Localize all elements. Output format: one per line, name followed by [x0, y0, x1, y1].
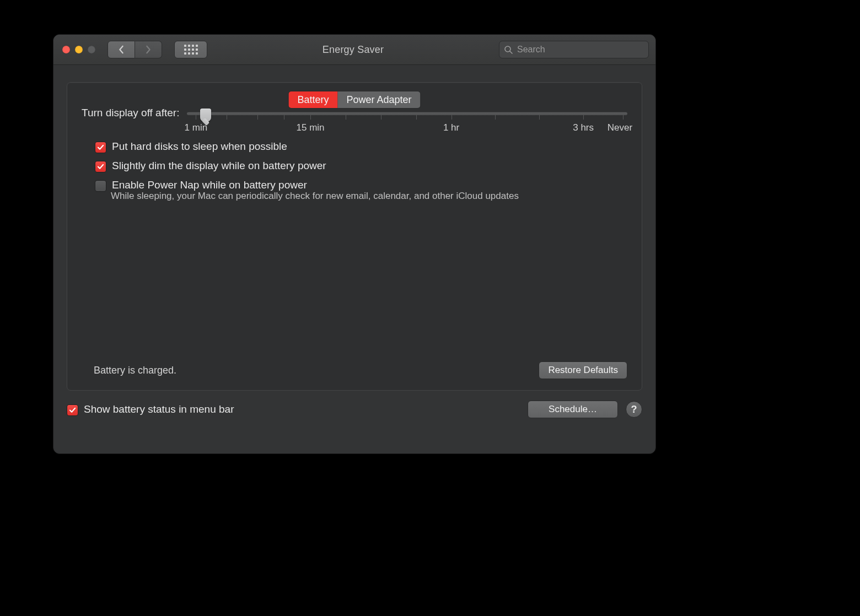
back-button[interactable] [108, 41, 135, 58]
dim-display-label: Slightly dim the display while on batter… [112, 160, 326, 172]
dim-display-row: Slightly dim the display while on batter… [95, 160, 627, 172]
toolbar: Energy Saver [53, 35, 655, 65]
tick-label-1min: 1 min [185, 122, 208, 133]
search-icon [504, 45, 513, 54]
minimize-window-button[interactable] [75, 46, 83, 53]
display-sleep-slider[interactable]: 1 min 15 min 1 hr 3 hrs Never [187, 107, 627, 134]
hd-sleep-row: Put hard disks to sleep when possible [95, 141, 627, 153]
search-field[interactable] [499, 41, 649, 58]
nav-buttons [108, 41, 162, 58]
show-battery-status-label: Show battery status in menu bar [84, 403, 234, 415]
close-window-button[interactable] [62, 46, 70, 53]
panel-body: Battery Power Adapter Turn display off a… [53, 82, 655, 428]
tabs: Battery Power Adapter [288, 91, 421, 109]
display-sleep-label: Turn display off after: [82, 107, 179, 119]
power-nap-label: Enable Power Nap while on battery power [112, 179, 307, 191]
window-controls [62, 46, 95, 53]
grid-icon [184, 45, 198, 55]
check-icon [69, 407, 76, 414]
tick-label-15min: 15 min [297, 122, 325, 133]
search-input[interactable] [516, 44, 644, 55]
slider-ticks [187, 115, 627, 121]
power-nap-checkbox[interactable] [95, 180, 106, 192]
forward-button[interactable] [135, 41, 162, 58]
battery-status: Battery is charged. [94, 365, 176, 376]
tab-battery[interactable]: Battery [288, 91, 337, 108]
footer: Show battery status in menu bar Schedule… [67, 401, 642, 418]
check-icon [97, 163, 104, 170]
chevron-left-icon [118, 45, 125, 54]
zoom-window-button[interactable] [88, 46, 95, 53]
schedule-button[interactable]: Schedule… [528, 401, 618, 418]
help-button[interactable]: ? [626, 401, 642, 418]
dim-display-checkbox[interactable] [95, 161, 106, 172]
power-nap-hint: While sleeping, your Mac can periodicall… [111, 191, 627, 202]
check-icon [97, 144, 104, 151]
checkbox-group: Put hard disks to sleep when possible Sl… [95, 141, 627, 202]
inset-bottom-row: Battery is charged. Restore Defaults [82, 361, 627, 379]
settings-panel: Turn display off after: [67, 82, 642, 391]
tab-power-adapter[interactable]: Power Adapter [337, 91, 420, 108]
preferences-window: Energy Saver Battery Power Adapter Turn … [53, 34, 656, 454]
display-sleep-row: Turn display off after: [82, 107, 627, 134]
tick-label-3hrs: 3 hrs [573, 122, 594, 133]
footer-right: Schedule… ? [528, 401, 642, 418]
restore-defaults-button[interactable]: Restore Defaults [539, 361, 627, 379]
svg-line-1 [510, 51, 512, 53]
hd-sleep-checkbox[interactable] [95, 142, 106, 153]
window-title: Energy Saver [214, 44, 492, 56]
power-nap-row: Enable Power Nap while on battery power [95, 179, 627, 192]
footer-left: Show battery status in menu bar [67, 403, 234, 416]
show-battery-status-checkbox[interactable] [67, 404, 78, 416]
chevron-right-icon [145, 45, 152, 54]
tick-label-never: Never [608, 122, 632, 133]
show-all-button[interactable] [174, 41, 207, 58]
hd-sleep-label: Put hard disks to sleep when possible [112, 141, 287, 153]
tick-label-1hr: 1 hr [443, 122, 459, 133]
